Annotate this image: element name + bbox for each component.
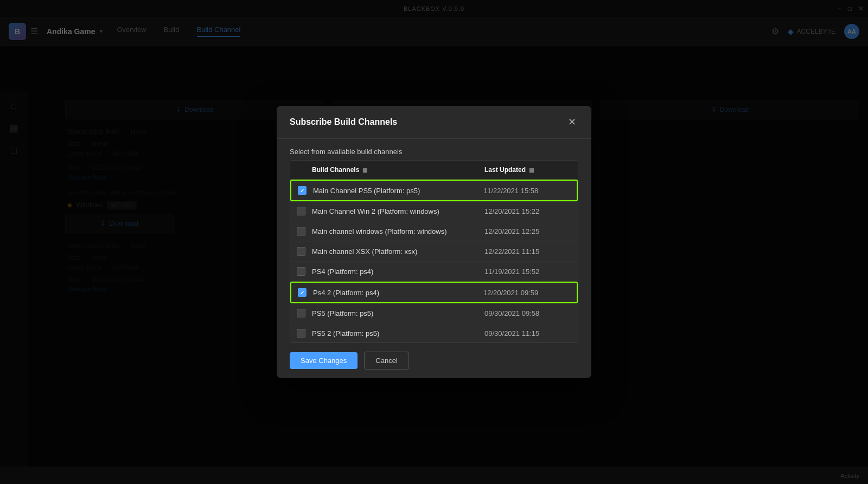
channel-checkbox-6[interactable] (298, 288, 307, 297)
channel-name-8: PS5 2 (Platform: ps5) (312, 329, 484, 337)
channel-name-6: Ps4 2 (Platform: ps4) (313, 289, 483, 297)
channel-name-3: Main channel windows (Platform: windows) (312, 227, 484, 235)
channel-date-3: 12/20/2021 12:25 (484, 227, 571, 235)
channel-date-8: 09/30/2021 11:15 (484, 329, 571, 337)
channel-date-2: 12/20/2021 15:22 (484, 207, 571, 215)
modal-subtitle: Select from available build channels (277, 139, 591, 160)
channels-list: Main Channel PS5 (Platform: ps5) 11/22/2… (290, 180, 578, 342)
table-row: Main channel XSX (Platform: xsx) 12/22/2… (290, 241, 578, 262)
channel-checkbox-7[interactable] (297, 309, 305, 317)
channel-name-4: Main channel XSX (Platform: xsx) (312, 247, 484, 256)
channel-name-1: Main Channel PS5 (Platform: ps5) (313, 187, 483, 195)
channel-date-5: 11/19/2021 15:52 (484, 268, 571, 276)
table-row: PS5 (Platform: ps5) 09/30/2021 09:58 (290, 303, 578, 323)
save-changes-button[interactable]: Save Changes (290, 352, 358, 369)
channel-checkbox-3[interactable] (297, 227, 305, 235)
channel-date-7: 09/30/2021 09:58 (484, 309, 571, 317)
modal-close-button[interactable]: ✕ (565, 116, 578, 129)
channel-date-1: 11/22/2021 15:58 (483, 187, 570, 195)
table-row: Main Channel Win 2 (Platform: windows) 1… (290, 201, 578, 221)
subscribe-channels-modal: Subscribe Build Channels ✕ Select from a… (277, 106, 591, 378)
table-row: PS5 2 (Platform: ps5) 09/30/2021 11:15 (290, 323, 578, 342)
channel-checkbox-5[interactable] (297, 267, 305, 276)
table-row: Main Channel PS5 (Platform: ps5) 11/22/2… (290, 180, 578, 201)
table-row: Main channel windows (Platform: windows)… (290, 221, 578, 241)
modal-title: Subscribe Build Channels (290, 117, 397, 127)
channel-checkbox-1[interactable] (298, 186, 307, 195)
channel-checkbox-8[interactable] (297, 329, 305, 337)
channels-table: Build Channels ▦ Last Updated ▦ Main Cha… (290, 160, 578, 343)
modal-footer: Save Changes Cancel (277, 343, 591, 378)
channel-checkbox-2[interactable] (297, 207, 305, 215)
updated-filter-icon[interactable]: ▦ (529, 167, 534, 173)
channel-date-6: 12/20/2021 09:59 (483, 289, 570, 297)
table-header: Build Channels ▦ Last Updated ▦ (290, 161, 578, 180)
channel-name-5: PS4 (Platform: ps4) (312, 268, 484, 276)
column-header-channel: Build Channels ▦ (312, 166, 484, 174)
cancel-button[interactable]: Cancel (364, 352, 409, 370)
column-header-last-updated: Last Updated ▦ (484, 166, 571, 174)
table-row: Ps4 2 (Platform: ps4) 12/20/2021 09:59 (290, 282, 578, 303)
channel-checkbox-4[interactable] (297, 247, 305, 256)
channel-filter-icon[interactable]: ▦ (362, 167, 367, 173)
channel-name-2: Main Channel Win 2 (Platform: windows) (312, 207, 484, 215)
channel-date-4: 12/22/2021 11:15 (484, 247, 571, 256)
channel-name-7: PS5 (Platform: ps5) (312, 309, 484, 317)
modal-header: Subscribe Build Channels ✕ (277, 106, 591, 139)
table-row: PS4 (Platform: ps4) 11/19/2021 15:52 (290, 262, 578, 282)
